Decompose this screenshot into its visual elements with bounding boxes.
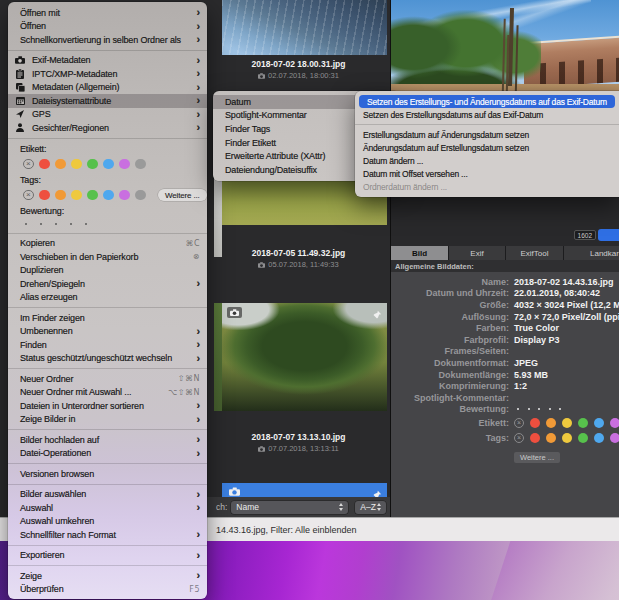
menu-item-bilder-hochladen[interactable]: Bilder hochladen auf› <box>8 433 207 447</box>
menu-item-gps[interactable]: GPS› <box>8 108 207 122</box>
menu-item-auswahl[interactable]: Auswahl› <box>8 501 207 515</box>
thumbnail-tree-photo[interactable] <box>222 303 387 411</box>
menu-item-schnellkonvertierung[interactable]: Schnellkonvertierung in selben Ordner al… <box>8 33 207 47</box>
tag-dot-yellow[interactable] <box>71 190 82 201</box>
tag-dot-green[interactable] <box>87 190 98 201</box>
weitere-button[interactable]: Weitere ... <box>158 189 207 201</box>
menu-item-iptc-xmp[interactable]: IPTC/XMP-Metadaten› <box>8 67 207 81</box>
label-color-dots[interactable]: × <box>514 418 619 428</box>
menu-item-umbenennen[interactable]: Umbenennen› <box>8 325 207 339</box>
menu-item-gesichter-regionen[interactable]: Gesichter/Regionen› <box>8 121 207 135</box>
datemenu-item-datum-offset[interactable]: Datum mit Offset versehen ... <box>355 167 619 180</box>
menu-item-label: Finder Tags <box>225 124 270 134</box>
submenu-chevron-icon: › <box>196 448 200 459</box>
label-dot-red[interactable] <box>530 418 540 428</box>
thumbnail-selected[interactable] <box>222 483 387 497</box>
label-dot-red[interactable] <box>39 159 50 170</box>
tag-dot-orange[interactable] <box>55 190 66 201</box>
label-dot-yellow[interactable] <box>71 159 82 170</box>
menu-item-zeige[interactable]: Zeige› <box>8 569 207 583</box>
menu-item-zeige-bilder-in[interactable]: Zeige Bilder in› <box>8 413 207 427</box>
menu-item-oeffnen-mit[interactable]: Öffnen mit› <box>8 6 207 20</box>
tag-color-dots[interactable]: × <box>514 433 619 443</box>
tag-dot-green[interactable] <box>578 433 588 443</box>
no-tag-dot[interactable]: × <box>23 190 34 201</box>
datemenu-item-erstellungsdatum-auf-aenderungsdatum[interactable]: Erstellungsdatum auf Änderungsdatum setz… <box>355 128 619 141</box>
delete-key-icon: ⊗ <box>193 252 200 261</box>
menu-item-exportieren[interactable]: Exportieren› <box>8 549 207 563</box>
tab-landkarte[interactable]: Landkarte <box>564 246 619 260</box>
label-dot-yellow[interactable] <box>562 418 572 428</box>
menu-separator <box>8 463 207 464</box>
menu-item-schnellfilter[interactable]: Schnellfilter nach Format› <box>8 528 207 542</box>
menu-item-ueberpruefen[interactable]: ÜberprüfenF5 <box>8 583 207 597</box>
tab-exiftool[interactable]: ExifTool <box>506 246 563 260</box>
sort-by-popup[interactable]: Name <box>231 501 348 514</box>
menu-item-im-finder-zeigen[interactable]: Im Finder zeigen <box>8 311 207 325</box>
menu-item-label: Dateisystemattribute <box>32 96 111 106</box>
no-label-dot[interactable]: × <box>23 159 34 170</box>
no-label-dot[interactable]: × <box>514 418 524 428</box>
label-dot-purple[interactable] <box>610 418 619 428</box>
label-dot-blue[interactable] <box>594 418 604 428</box>
menu-item-alias[interactable]: Alias erzeugen <box>8 291 207 305</box>
tag-dot-yellow[interactable] <box>562 433 572 443</box>
tag-dot-blue[interactable] <box>103 190 114 201</box>
menu-item-papierkorb[interactable]: Verschieben in den Papierkorb⊗ <box>8 250 207 264</box>
datemenu-item-aenderungsdatum-auf-erstellungsdatum[interactable]: Änderungsdatum auf Erstellungsdatum setz… <box>355 141 619 154</box>
datemenu-item-setzen-erstellungs-aenderungsdatum[interactable]: Setzen des Erstellungs- und Änderungsdat… <box>359 95 615 108</box>
no-tag-dot[interactable]: × <box>514 433 524 443</box>
sort-direction-value: A–Z <box>360 502 376 512</box>
label-dot-blue[interactable] <box>103 159 114 170</box>
tag-dot-orange[interactable] <box>546 433 556 443</box>
menu-item-neuer-ordner[interactable]: Neuer Ordner⇧⌘N <box>8 372 207 386</box>
tag-dot-purple[interactable] <box>610 433 619 443</box>
datemenu-item-setzen-erstellungsdatum[interactable]: Setzen des Erstellungsdatums auf das Exi… <box>355 108 619 121</box>
label-dot-green[interactable] <box>578 418 588 428</box>
menu-item-oeffnen[interactable]: Öffnen› <box>8 20 207 34</box>
submenu-chevron-icon: › <box>196 502 200 513</box>
label-dot-purple[interactable] <box>119 159 130 170</box>
menu-item-drehen-spiegeln[interactable]: Drehen/Spiegeln› <box>8 277 207 291</box>
tag-dot-gray[interactable] <box>135 190 146 201</box>
menu-item-neuer-ordner-mit-auswahl[interactable]: Neuer Ordner mit Auswahl ...⌥⇧⌘N <box>8 386 207 400</box>
info-row: Komprimierung:1:2 <box>391 380 619 392</box>
menu-item-finden[interactable]: Finden› <box>8 338 207 352</box>
label-dot-green[interactable] <box>87 159 98 170</box>
menu-item-kopieren[interactable]: Kopieren⌘C <box>8 237 207 251</box>
menu-item-metadaten-allgemein[interactable]: Metadaten (Allgemein)› <box>8 81 207 95</box>
info-row: Spotlight-Kommentar: <box>391 392 619 404</box>
tag-dot-blue[interactable] <box>594 433 604 443</box>
menu-item-auswahl-umkehren[interactable]: Auswahl umkehren <box>8 515 207 529</box>
tag-dot-red[interactable] <box>530 433 540 443</box>
menu-item-duplizieren[interactable]: Duplizieren <box>8 264 207 278</box>
tag-dot-purple[interactable] <box>119 190 130 201</box>
rating-dots[interactable] <box>8 218 207 230</box>
tab-bild[interactable]: Bild <box>391 246 448 260</box>
submenu-chevron-icon: › <box>196 55 200 66</box>
pin-icon <box>372 306 382 324</box>
rating-dots[interactable] <box>517 408 561 410</box>
etikett-dots: × <box>8 156 207 173</box>
thumbnail-date: 07.07.2018, 13:13:11 <box>207 444 390 453</box>
menu-item-datei-operationen[interactable]: Datei-Operationen› <box>8 447 207 461</box>
label-dot-gray[interactable] <box>135 159 146 170</box>
menu-item-exif-metadaten[interactable]: Exif-Metadaten› <box>8 54 207 68</box>
tag-dot-red[interactable] <box>39 190 50 201</box>
menu-item-dateisystemattribute[interactable]: Dateisystemattribute› <box>8 94 207 108</box>
label-dot-orange[interactable] <box>55 159 66 170</box>
weitere-button[interactable]: Weitere ... <box>514 452 560 463</box>
menu-item-label: Im Finder zeigen <box>20 313 85 323</box>
label-dot-orange[interactable] <box>546 418 556 428</box>
datemenu-item-datum-aendern[interactable]: Datum ändern ... <box>355 154 619 167</box>
thumbnail-building-photo[interactable] <box>222 0 387 55</box>
menu-item-bilder-auswaehlen[interactable]: Bilder auswählen› <box>8 488 207 502</box>
tab-exif[interactable]: Exif <box>449 246 505 260</box>
menu-item-status-geschuetzt[interactable]: Status geschützt/ungeschützt wechseln› <box>8 352 207 366</box>
photo-preview[interactable] <box>391 0 619 93</box>
sort-direction-popup[interactable]: A–Z <box>355 501 386 514</box>
menu-item-versionen-browsen[interactable]: Versionen browsen <box>8 467 207 481</box>
thumbnail-date-text: 02.07.2018, 18:00:31 <box>268 71 339 80</box>
menu-item-dateien-unterordner[interactable]: Dateien in Unterordner sortieren› <box>8 399 207 413</box>
popup-arrows-icon <box>339 503 343 511</box>
